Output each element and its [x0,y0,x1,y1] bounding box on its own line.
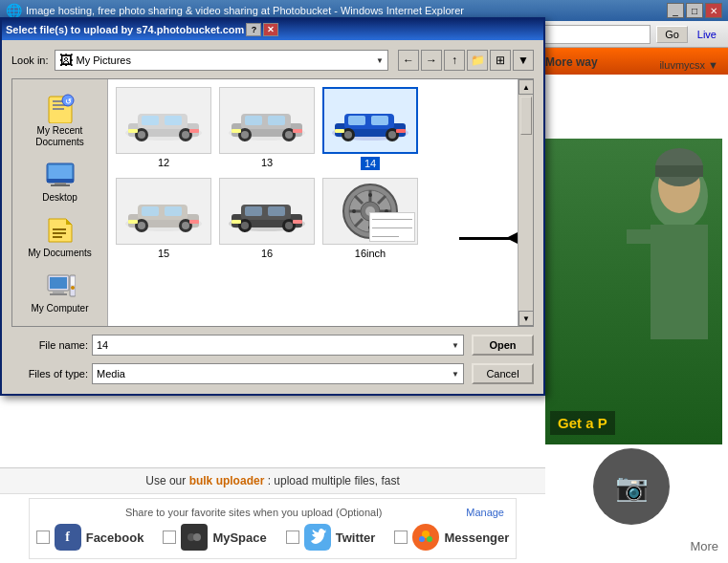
sidebar-item-recent-docs[interactable]: ↺ My Recent Documents [18,89,102,152]
sidebar-item-desktop[interactable]: Desktop [18,156,102,207]
svg-rect-5 [627,229,653,244]
twitter-checkbox[interactable] [286,531,299,544]
thumb-img-13 [219,87,315,154]
svg-point-105 [368,193,372,197]
svg-rect-80 [128,220,138,224]
myspace-checkbox[interactable] [163,531,176,544]
filename-label: File name: [11,339,88,351]
views-btn[interactable]: ⊞ [490,50,511,71]
car-16-graphic [224,187,310,235]
svg-point-44 [138,131,145,139]
filename-input[interactable]: 14 ▼ [92,335,464,356]
svg-rect-69 [335,129,344,133]
user-label[interactable]: iluvmycsx ▼ [659,59,718,71]
twitter-label: Twitter [336,531,376,545]
file-dialog: Select file(s) to upload by s74.photobuc… [0,17,545,396]
thumb-16inch[interactable]: —————— —————— ———— 16inch [322,178,418,259]
open-button[interactable]: Open [472,335,534,356]
thumb-14[interactable]: 14 [322,87,418,170]
svg-rect-21 [53,236,62,238]
car-15-graphic [121,187,207,235]
ie-icon: 🌐 [6,3,22,18]
svg-rect-92 [293,220,302,224]
dialog-close-btn[interactable]: ✕ [263,23,278,36]
svg-rect-74 [142,206,159,216]
maximize-btn[interactable]: □ [686,3,703,18]
svg-rect-20 [53,232,66,234]
thumb-13[interactable]: 13 [219,87,315,170]
svg-point-113 [427,536,432,542]
ad-text: Get a P [550,411,615,435]
svg-rect-4 [655,165,703,177]
facebook-label: Facebook [86,531,144,545]
car-13-graphic [224,97,310,144]
filetype-value: Media [97,368,452,379]
svg-point-88 [241,222,249,229]
svg-rect-13 [47,179,74,183]
scrollbar[interactable]: ▲ ▼ [518,79,533,326]
svg-rect-16 [49,165,72,179]
dialog-help-btn[interactable]: ? [246,23,261,36]
lookin-label: Look in: [11,54,49,66]
thumb-label-15: 15 [158,248,169,259]
thumb-16[interactable]: 16 [219,178,315,259]
scroll-thumb[interactable] [520,97,532,135]
forward-nav-btn[interactable]: → [421,50,442,71]
back-nav-btn[interactable]: ← [398,50,419,71]
svg-point-66 [344,131,352,139]
svg-rect-27 [71,277,75,285]
sidebar-item-network[interactable]: My Network Places [18,322,102,326]
up-btn[interactable]: ↑ [444,50,465,71]
lookin-value: My Pictures [77,54,373,66]
twitter-icon [304,524,331,551]
svg-rect-25 [50,293,67,295]
go-btn[interactable]: Go [656,26,688,43]
sidebar-item-documents[interactable]: My Documents [18,211,102,263]
scroll-up-btn[interactable]: ▲ [518,79,534,95]
svg-rect-70 [396,129,406,133]
svg-rect-47 [128,129,138,133]
svg-rect-75 [165,206,182,216]
thumb-label-14: 14 [361,157,380,170]
svg-rect-41 [142,116,159,125]
svg-rect-85 [245,206,262,216]
svg-point-107 [352,209,356,213]
scroll-down-btn[interactable]: ▼ [518,311,534,326]
lookin-toolbar: ← → ↑ 📁 ⊞ ▼ [398,50,534,71]
svg-point-55 [241,131,249,139]
close-browser-btn[interactable]: ✕ [705,3,722,18]
pictures-folder-icon: 🖼 [59,53,73,68]
share-title: Share to your favorite sites when you up… [41,507,504,518]
recent-docs-label: My Recent Documents [24,125,97,148]
bulk-text: Use our [145,474,188,487]
svg-rect-48 [189,129,199,133]
thumb-15[interactable]: 15 [116,178,211,259]
messenger-checkbox[interactable] [394,531,408,544]
views-dropdown-btn[interactable]: ▼ [513,50,534,71]
svg-rect-9 [53,108,64,110]
new-folder-btn[interactable]: 📁 [467,50,488,71]
manage-link[interactable]: Manage [466,507,504,518]
svg-point-112 [419,536,425,542]
share-items: f Facebook MySpace [41,524,504,551]
facebook-checkbox[interactable] [36,531,50,544]
more-text[interactable]: More [690,539,718,553]
browser-title: Image hosting, free photo sharing & vide… [26,5,667,16]
scroll-track [518,95,533,311]
share-facebook: f Facebook [36,524,144,551]
minimize-btn[interactable]: _ [667,3,684,18]
svg-rect-59 [293,129,302,133]
my-computer-icon [45,271,76,301]
lookin-select[interactable]: 🖼 My Pictures ▼ [55,50,388,71]
cancel-button[interactable]: Cancel [472,363,534,384]
share-twitter: Twitter [286,524,376,551]
thumb-img-16inch: —————— —————— ———— [322,178,418,245]
sidebar-item-computer[interactable]: My Computer [18,267,102,318]
svg-marker-18 [66,219,72,225]
thumb-12[interactable]: 12 [116,87,211,170]
svg-point-28 [71,286,75,290]
camera-graphic: 📷 [593,448,670,525]
recent-docs-icon: ↺ [45,93,76,123]
bulk-link[interactable]: bulk uploader [189,474,265,487]
filetype-select[interactable]: Media ▼ [92,363,464,384]
